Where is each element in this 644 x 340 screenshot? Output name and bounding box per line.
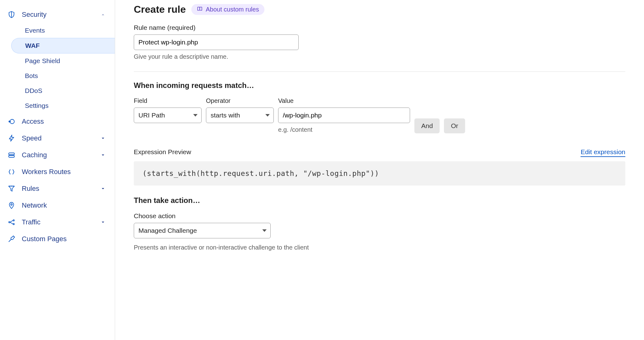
sidebar-item-label: Security [22,11,46,19]
or-button[interactable]: Or [444,118,465,133]
sidebar-item-label: Workers Routes [22,168,71,176]
book-icon [197,6,203,13]
access-icon [7,117,16,126]
about-label: About custom rules [206,6,259,13]
value-column-label: Value [278,97,410,104]
svg-rect-2 [9,155,14,157]
bolt-icon [7,134,16,142]
sidebar-item-label: Access [22,117,44,126]
action-section-title: Then take action… [134,196,625,205]
chevron-down-icon [100,153,105,158]
action-description: Presents an interactive or non-interacti… [134,244,625,251]
sidebar-item-ddos[interactable]: DDoS [17,83,115,98]
sidebar-item-label: Rules [22,185,39,193]
expression-row: Field URI Path Operator starts with Valu… [134,97,625,133]
action-select-value: Managed Challenge [138,227,197,234]
svg-point-5 [13,220,14,221]
sidebar-item-security[interactable]: Security [0,6,115,23]
sidebar-item-access[interactable]: Access [0,113,115,130]
chevron-down-icon [100,220,105,225]
traffic-icon [7,218,16,226]
caret-down-icon [265,114,270,117]
svg-point-3 [11,204,12,205]
sidebar-item-workers-routes[interactable]: Workers Routes [0,163,115,180]
and-button[interactable]: And [414,118,440,133]
field-select[interactable]: URI Path [134,108,202,123]
chevron-down-icon [100,186,105,191]
match-section-title: When incoming requests match… [134,81,625,90]
funnel-icon [7,185,16,193]
sidebar-item-label: Page Shield [25,57,60,65]
svg-rect-1 [9,153,14,155]
caret-down-icon [262,229,267,232]
field-column-label: Field [134,97,202,104]
rule-name-input[interactable] [134,34,299,50]
expression-preview-label: Expression Preview [134,148,191,156]
sidebar-item-caching[interactable]: Caching [0,147,115,163]
sidebar-item-label: Bots [25,72,38,80]
sidebar-item-label: Caching [22,151,47,159]
sidebar-item-custom-pages[interactable]: Custom Pages [0,231,115,247]
caret-down-icon [193,114,198,117]
edit-expression-link[interactable]: Edit expression [581,148,625,157]
sidebar-item-label: Custom Pages [22,235,67,243]
shield-icon [7,11,16,19]
field-select-value: URI Path [138,112,165,119]
sidebar-item-events[interactable]: Events [17,23,115,38]
rule-name-hint: Give your rule a descriptive name. [134,53,625,60]
sidebar-item-bots[interactable]: Bots [17,68,115,83]
sidebar-item-label: Network [22,201,47,209]
caching-icon [7,151,16,159]
security-subitems: Events WAF Page Shield Bots DDoS Setting… [0,23,115,113]
sidebar-item-label: DDoS [25,87,42,94]
pin-icon [7,201,16,209]
sidebar-item-page-shield[interactable]: Page Shield [17,53,115,68]
sidebar-item-label: Events [25,27,45,34]
wrench-icon [7,235,16,243]
sidebar-item-settings[interactable]: Settings [17,98,115,113]
page-title: Create rule [134,4,186,15]
value-input[interactable] [278,108,410,123]
sidebar-item-label: Speed [22,134,42,142]
sidebar-item-label: Traffic [22,218,40,226]
operator-column-label: Operator [206,97,274,104]
chevron-down-icon [100,136,105,141]
about-custom-rules-link[interactable]: About custom rules [191,4,264,15]
workers-icon [7,168,16,176]
operator-select[interactable]: starts with [206,108,274,123]
sidebar-item-speed[interactable]: Speed [0,130,115,147]
sidebar-item-network[interactable]: Network [0,197,115,214]
value-example: e.g. /content [278,126,410,133]
sidebar: Security Events WAF Page Shield Bots DDo… [0,0,115,340]
svg-point-6 [13,223,14,225]
divider [134,71,625,72]
sidebar-item-rules[interactable]: Rules [0,180,115,197]
sidebar-item-waf[interactable]: WAF [11,38,115,53]
operator-select-value: starts with [211,112,240,119]
expression-preview-code: (starts_with(http.request.uri.path, "/wp… [134,161,625,186]
rule-name-label: Rule name (required) [134,24,625,31]
main-content: Create rule About custom rules Rule name… [115,0,644,340]
sidebar-item-traffic[interactable]: Traffic [0,214,115,231]
sidebar-item-label: Settings [25,102,49,109]
choose-action-label: Choose action [134,212,625,220]
chevron-up-icon [100,12,105,17]
sidebar-item-label: WAF [25,42,40,49]
svg-point-4 [9,222,10,223]
action-select[interactable]: Managed Challenge [134,223,271,238]
